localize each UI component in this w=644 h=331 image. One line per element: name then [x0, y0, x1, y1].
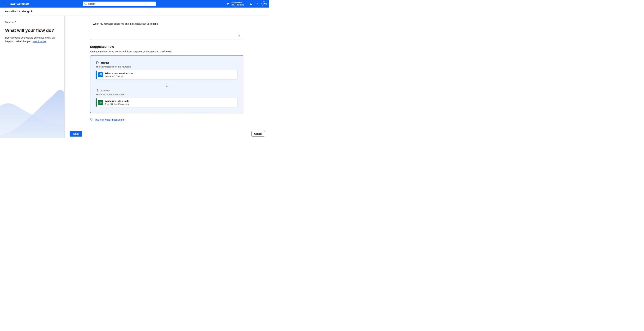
trigger-card: When a new email arrives Office 365 Outl…: [96, 70, 238, 79]
settings-button[interactable]: ⚙: [248, 0, 254, 8]
trigger-section-header: Trigger: [96, 61, 238, 64]
flow-description-box: When my manager sends me an email, updat…: [90, 20, 243, 40]
sidebar-description: Describe what you want to automate and A…: [5, 36, 60, 44]
app-header: Power Automate Environments (na) (defaul…: [0, 0, 269, 8]
decorative-waves: [0, 87, 64, 138]
header-right-cluster: Environments (na) (default) ⚙ ? GM: [225, 0, 269, 8]
avatar-initials: GM: [262, 3, 266, 5]
help-button[interactable]: ?: [254, 0, 260, 8]
search-icon: [84, 2, 87, 5]
lightning-icon: [96, 89, 99, 92]
next-button[interactable]: Next: [70, 131, 82, 136]
environments-label: Environments: [231, 2, 244, 4]
not-looking-for-link[interactable]: This isn't what I'm looking for: [90, 118, 125, 121]
cancel-button[interactable]: Cancel: [252, 131, 265, 136]
search-input[interactable]: [88, 2, 154, 5]
actions-section-header: Actions: [96, 89, 238, 92]
trigger-card-title: When a new email arrives: [105, 72, 133, 74]
suggested-flow-subtitle: After you review this AI generated flow …: [90, 50, 243, 53]
avatar[interactable]: GM: [262, 1, 267, 6]
actions-subtitle: This is what the flow will do: [96, 93, 238, 96]
sidebar-heading: What will your flow do?: [5, 28, 59, 33]
how-it-works-link[interactable]: How it works: [32, 40, 46, 43]
trigger-subtitle: The flow starts when this happens: [96, 66, 238, 68]
action-card-service: Excel Online (Business): [105, 103, 129, 105]
main-area: When my manager sends me an email, updat…: [64, 16, 269, 138]
environment-selector[interactable]: Environments (na) (default): [225, 0, 248, 8]
app-launcher-button[interactable]: [0, 0, 8, 8]
global-search[interactable]: [82, 2, 156, 6]
waffle-icon: [2, 2, 6, 5]
flow-description-input[interactable]: When my manager sends me an email, updat…: [90, 20, 243, 40]
suggested-flow-heading: Suggested flow: [90, 45, 243, 49]
send-icon: [237, 34, 241, 38]
suggested-flow-panel: Trigger The flow starts when this happen…: [90, 55, 243, 114]
footer-bar: Next Cancel: [64, 129, 269, 138]
thumbs-down-icon: [90, 118, 93, 121]
page-title-bar: Describe it to design it: [0, 8, 269, 16]
help-icon: ?: [256, 2, 258, 5]
page-title: Describe it to design it: [5, 10, 33, 13]
step-indicator: Step 1 of 2: [5, 21, 59, 24]
outlook-icon: [98, 72, 103, 77]
content-column: When my manager sends me an email, updat…: [90, 16, 243, 122]
trigger-label: Trigger: [101, 61, 109, 64]
arrow-down-icon: [165, 82, 168, 88]
excel-icon: [98, 100, 103, 105]
left-panel: Step 1 of 2 What will your flow do? Desc…: [0, 16, 64, 138]
app-title: Power Automate: [8, 2, 29, 5]
environment-icon: [226, 2, 230, 6]
action-card: Add a row into a table Excel Online (Bus…: [96, 98, 238, 107]
action-card-title: Add a row into a table: [105, 100, 129, 102]
gear-icon: ⚙: [250, 2, 252, 6]
submit-description-button[interactable]: [237, 34, 241, 38]
flag-icon: [96, 61, 99, 64]
environment-name: (na) (default): [231, 4, 244, 6]
actions-label: Actions: [101, 89, 110, 92]
flow-connector: [96, 82, 238, 88]
trigger-card-service: Office 365 Outlook: [105, 75, 133, 78]
